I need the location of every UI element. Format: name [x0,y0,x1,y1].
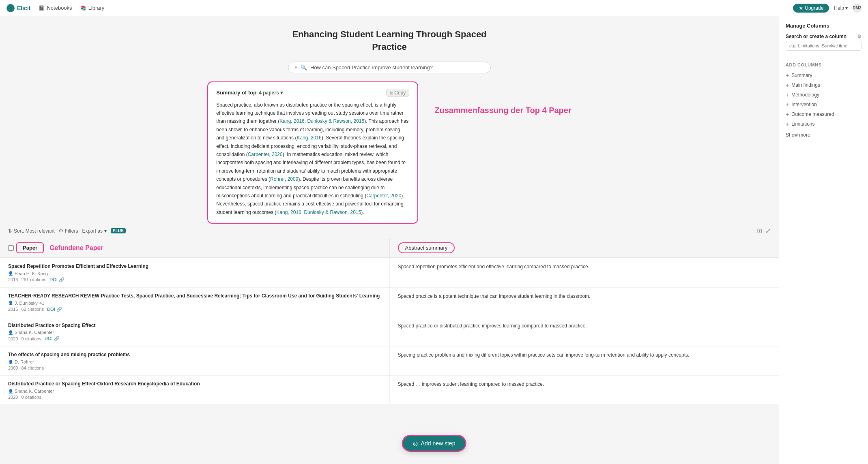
add-methodology-item[interactable]: + Methodology [786,90,862,100]
author-icon: 👤 [8,330,13,335]
citation-kang-2016b[interactable]: Kang, 2016 [296,135,321,141]
copy-icon: ⎘ [390,90,393,96]
abstract-cell: Spaced practice or distributed practice … [390,317,779,346]
filter-icon: ⚙ [59,228,63,234]
page-title: Enhancing Student Learning Through Space… [0,28,779,53]
upgrade-button[interactable]: ★ Upgrade [793,4,829,13]
citation-rohrer-2009[interactable]: Rohrer, 2009 [270,176,298,182]
show-more-button[interactable]: Show more [786,132,862,138]
add-limitations-item[interactable]: + Limitations [786,119,862,129]
table-row: TEACHER-READY RESEARCH REVIEW Practice T… [0,288,779,317]
papers-table: Spaced Repetition Promotes Efficient and… [0,258,779,405]
table-row: Spaced Repetition Promotes Efficient and… [0,258,779,288]
add-icon: + [786,92,789,98]
main-content: Enhancing Student Learning Through Space… [0,16,868,464]
paper-cell: TEACHER-READY RESEARCH REVIEW Practice T… [0,288,390,317]
divider [786,59,862,59]
paper-cell: Distributed Practice or Spacing Effect 👤… [0,317,390,346]
paper-meta: 2016 261 citations DOI 🔗 [8,277,381,282]
citation-kang-2016c[interactable]: Kang, 2016 [276,210,301,215]
nav-right: ★ Upgrade Help ▾ DMZ [793,4,862,13]
add-new-step-button[interactable]: ◎ Add new step [402,435,466,452]
dropdown-chevron-icon: ▾ [280,90,283,96]
summary-title: Summary of top 4 papers ▾ [216,90,282,96]
toolbar: ⇅ Sort: Most relevant ⚙ Filters Export a… [0,224,779,238]
paper-cell: Spaced Repetition Promotes Efficient and… [0,258,390,287]
user-menu-button[interactable]: DMZ [853,4,862,13]
sort-button[interactable]: ⇅ Sort: Most relevant [8,228,55,234]
citation-dunlosky-2015b[interactable]: Dunlosky & Rawson, 2015 [304,210,361,215]
add-step-label: Add new step [421,440,455,447]
search-column-input[interactable] [786,41,862,51]
copy-button[interactable]: ⎘ Copy [386,89,409,97]
citation-dunlosky-2015[interactable]: Dunlosky & Rawson, 2015 [307,118,364,124]
filters-button[interactable]: ⚙ Filters [59,228,78,234]
help-label: Help [834,5,844,11]
author-icon: 👤 [8,360,13,364]
paper-title[interactable]: Spaced Repetition Promotes Efficient and… [8,263,381,270]
paper-annotation: Gefundene Paper [49,244,103,252]
user-initials: DMZ [853,6,862,10]
help-button[interactable]: Help ▾ [834,5,848,11]
toolbar-right: ⊞ ⤢ [757,227,771,235]
papers-count-badge[interactable]: 4 papers ▾ [259,90,282,96]
paper-author: 👤 Sean H. K. Kang [8,271,381,276]
add-main-findings-item[interactable]: + Main findings [786,80,862,90]
plus-badge: PLUS [111,228,126,233]
citation-carpenter-2020a[interactable]: Carpenter, 2020 [248,152,283,157]
paper-column-header: Paper Gefundene Paper [0,238,390,257]
abstract-column-header: Abstract summary [390,238,779,257]
search-bar[interactable]: ▾ 🔍 How can Spaced Practice improve stud… [288,62,491,73]
logo-text: Elicit [17,5,30,11]
copy-label: Copy [394,90,406,96]
search-query: How can Spaced Practice improve student … [310,64,484,71]
add-icon: + [786,121,789,127]
add-columns-label: ADD COLUMNS [786,62,862,67]
citation-kang-2016[interactable]: Kang, 2016 [279,118,304,124]
gear-icon[interactable]: ⚙ [857,34,862,39]
export-label: Export as [82,228,103,234]
papers-column: Spaced Repetition Promotes Efficient and… [0,258,779,405]
library-link[interactable]: 📚 Library [80,5,105,11]
summary-box: Summary of top 4 papers ▾ ⎘ Copy Spaced … [207,81,418,224]
paper-title[interactable]: Distributed Practice or Spacing Effect [8,322,381,329]
paper-cell: Distributed Practice or Spacing Effect-O… [0,376,390,404]
paper-title[interactable]: TEACHER-READY RESEARCH REVIEW Practice T… [8,293,381,299]
search-column-label: Search or create a column ⚙ [786,34,862,39]
author-icon: 👤 [8,389,13,393]
search-bar-container: ▾ 🔍 How can Spaced Practice improve stud… [0,62,779,73]
limitations-col-label: Limitations [791,121,814,127]
abstract-column-label: Abstract summary [398,242,455,253]
logo[interactable]: Elicit [6,4,30,12]
expand-view-button[interactable]: ⤢ [765,227,771,235]
notebooks-link[interactable]: 📓 Notebooks [39,5,72,11]
add-intervention-item[interactable]: + Intervention [786,100,862,109]
sort-icon: ⇅ [8,228,12,234]
top-navigation: Elicit 📓 Notebooks 📚 Library ★ Upgrade H… [0,0,868,16]
paper-title[interactable]: The effects of spacing and mixing practi… [8,351,381,358]
paper-cell: The effects of spacing and mixing practi… [0,346,390,375]
add-summary-item[interactable]: + Summary [786,71,862,80]
star-icon: ★ [799,5,803,11]
library-icon: 📚 [80,5,86,11]
notebook-icon: 📓 [39,5,45,11]
doi-link[interactable]: DOI 🔗 [47,307,62,312]
avatar: DMZ [853,4,862,13]
chevron-icon: ▾ [295,65,297,70]
chevron-down-icon: ▾ [845,5,848,11]
toolbar-left: ⇅ Sort: Most relevant ⚙ Filters Export a… [8,228,126,234]
add-outcome-item[interactable]: + Outcome measured [786,109,862,119]
upgrade-label: Upgrade [805,5,823,11]
library-label: Library [88,5,105,11]
doi-link[interactable]: DOI 🔗 [49,277,64,282]
citation-carpenter-2020b[interactable]: Carpenter, 2020 [366,193,401,199]
select-all-checkbox[interactable] [8,245,14,251]
logo-icon [6,4,15,12]
content-area: Enhancing Student Learning Through Space… [0,16,779,464]
doi-link[interactable]: DOI 🔗 [45,336,60,341]
add-icon: + [786,82,789,88]
intervention-col-label: Intervention [791,102,817,107]
paper-title[interactable]: Distributed Practice or Spacing Effect-O… [8,381,381,387]
export-button[interactable]: Export as ▾ [82,228,107,234]
grid-view-button[interactable]: ⊞ [757,227,762,235]
